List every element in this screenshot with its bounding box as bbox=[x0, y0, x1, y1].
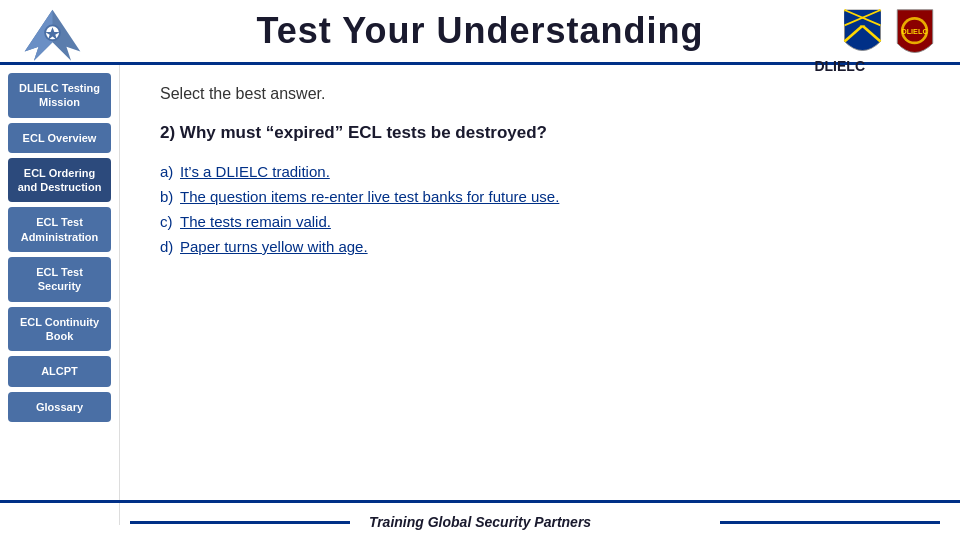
sidebar-item-dlielc-testing-mission[interactable]: DLIELC Testing Mission bbox=[8, 73, 111, 118]
sidebar: DLIELC Testing Mission ECL Overview ECL … bbox=[0, 65, 120, 525]
sidebar-item-ecl-continuity-book[interactable]: ECL Continuity Book bbox=[8, 307, 111, 352]
content-area: Select the best answer. 2) Why must “exp… bbox=[120, 65, 960, 525]
answer-a-label: a) bbox=[160, 163, 173, 180]
answer-b-text: The question items re-enter live test ba… bbox=[180, 188, 559, 205]
answer-c-text: The tests remain valid. bbox=[180, 213, 331, 230]
footer-line-left bbox=[130, 521, 350, 524]
header: Test Your Understanding DLIELC DLIELC bbox=[0, 0, 960, 65]
answer-d[interactable]: d) Paper turns yellow with age. bbox=[160, 238, 920, 255]
answer-c[interactable]: c) The tests remain valid. bbox=[160, 213, 920, 230]
answer-a[interactable]: a) It’s a DLIELC tradition. bbox=[160, 163, 920, 180]
question-text: 2) Why must “expired” ECL tests be destr… bbox=[160, 123, 920, 143]
footer-text: Training Global Security Partners bbox=[369, 514, 591, 530]
answer-a-text: It’s a DLIELC tradition. bbox=[180, 163, 330, 180]
answer-b-label: b) bbox=[160, 188, 173, 205]
instruction-text: Select the best answer. bbox=[160, 85, 920, 103]
main-layout: DLIELC Testing Mission ECL Overview ECL … bbox=[0, 65, 960, 525]
svg-text:DLIELC: DLIELC bbox=[901, 27, 928, 36]
sidebar-item-ecl-test-administration[interactable]: ECL Test Administration bbox=[8, 207, 111, 252]
answer-d-label: d) bbox=[160, 238, 173, 255]
dlielc-label: DLIELC bbox=[814, 58, 865, 74]
answer-d-text: Paper turns yellow with age. bbox=[180, 238, 368, 255]
sidebar-item-ecl-ordering-destruction[interactable]: ECL Ordering and Destruction bbox=[8, 158, 111, 203]
answer-b[interactable]: b) The question items re-enter live test… bbox=[160, 188, 920, 205]
page-title: Test Your Understanding bbox=[256, 10, 703, 52]
af-logo bbox=[20, 5, 85, 74]
sidebar-item-alcpt[interactable]: ALCPT bbox=[8, 356, 111, 386]
footer: Training Global Security Partners bbox=[0, 500, 960, 540]
footer-line-right bbox=[720, 521, 940, 524]
answer-c-label: c) bbox=[160, 213, 173, 230]
sidebar-item-glossary[interactable]: Glossary bbox=[8, 392, 111, 422]
right-logos: DLIELC bbox=[840, 5, 940, 60]
sidebar-item-ecl-overview[interactable]: ECL Overview bbox=[8, 123, 111, 153]
answers-list: a) It’s a DLIELC tradition. b) The quest… bbox=[160, 163, 920, 255]
sidebar-item-ecl-test-security[interactable]: ECL Test Security bbox=[8, 257, 111, 302]
